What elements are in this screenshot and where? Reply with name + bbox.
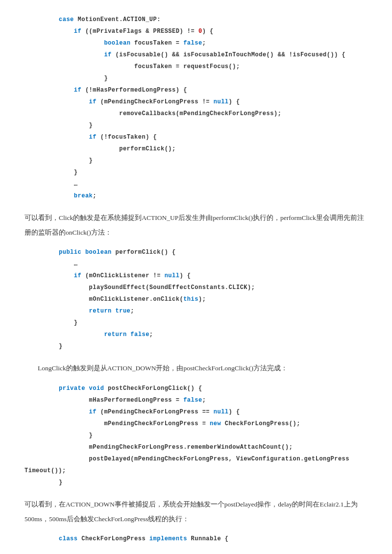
code-line: } — [59, 155, 368, 167]
code-line: return true; — [59, 305, 368, 317]
code-line: if (!focusTaken) { — [59, 131, 368, 143]
code-line: mPendingCheckForLongPress.rememberWindow… — [59, 441, 368, 453]
paragraph-3: 可以看到，在ACTION_DOWN事件被捕捉后，系统会开始触发一个postDel… — [24, 497, 368, 526]
code-line: if (mOnClickListener != null) { — [59, 270, 368, 282]
code-line: removeCallbacks(mPendingCheckForLongPres… — [59, 108, 368, 120]
document-page: case MotionEvent.ACTION_UP: if ((mPrivat… — [0, 0, 392, 554]
code-line: } — [59, 120, 368, 131]
code-line — [59, 545, 368, 554]
code-line: mHasPerformedLongPress = false; — [59, 394, 368, 406]
code-line: if (mPendingCheckForLongPress == null) { — [59, 406, 368, 418]
code-line: } — [59, 477, 368, 488]
code-line: boolean focusTaken = false; — [59, 37, 368, 49]
code-line: if (mPendingCheckForLongPress != null) { — [59, 96, 368, 108]
paragraph-2: LongClick的触发则是从ACTION_DOWN开始，由postCheckF… — [24, 361, 368, 376]
code-line: postDelayed(mPendingCheckForLongPress, V… — [59, 453, 368, 465]
code-line: } — [59, 317, 368, 329]
code-line: case MotionEvent.ACTION_UP: — [59, 14, 368, 25]
code-line: return false; — [59, 329, 368, 340]
code-line: … — [59, 178, 368, 190]
code-block-2: public boolean performClick() { … if (mO… — [24, 246, 368, 352]
paragraph-1: 可以看到，Click的触发是在系统捕捉到ACTION_UP后发生并由perfor… — [24, 211, 368, 240]
code-block-1: case MotionEvent.ACTION_UP: if ((mPrivat… — [24, 14, 368, 202]
code-line: } — [59, 72, 368, 84]
code-line: performClick(); — [59, 143, 368, 155]
code-line: playSoundEffect(SoundEffectConstants.CLI… — [59, 282, 368, 293]
code-line: if ((mPrivateFlags & PRESSED) != 0) { — [59, 25, 368, 37]
code-block-3: private void postCheckForLongClick() { m… — [24, 383, 368, 488]
code-line: mOnClickListener.onClick(this); — [59, 293, 368, 305]
code-line: } — [59, 167, 368, 178]
code-line: if (!mHasPerformedLongPress) { — [59, 84, 368, 96]
code-line: class CheckForLongPress implements Runna… — [59, 533, 368, 545]
code-line: mPendingCheckForLongPress = new CheckFor… — [59, 418, 368, 430]
code-line: public boolean performClick() { — [59, 246, 368, 258]
code-line: } — [59, 430, 368, 441]
code-line: break; — [59, 190, 368, 202]
code-line: focusTaken = requestFocus(); — [59, 61, 368, 72]
code-block-4: class CheckForLongPress implements Runna… — [24, 533, 368, 554]
code-line: } — [59, 340, 368, 352]
code-line: Timeout()); — [24, 465, 368, 477]
code-line: … — [59, 258, 368, 270]
code-line: if (isFocusable() && isFocusableInTouchM… — [59, 49, 368, 61]
code-line: private void postCheckForLongClick() { — [59, 383, 368, 394]
